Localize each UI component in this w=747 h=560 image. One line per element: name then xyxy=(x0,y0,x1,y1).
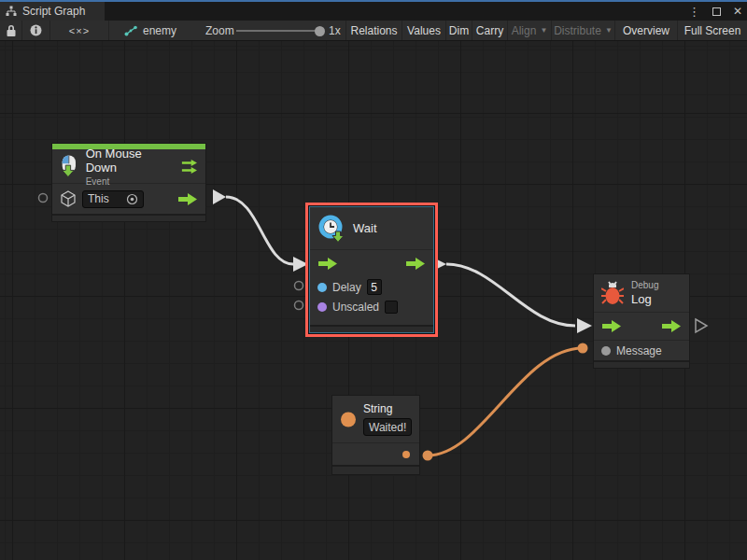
window-controls: ⋮ ✕ xyxy=(688,2,742,21)
unity-visual-scripting-window: Script Graph ⋮ ✕ xyxy=(0,0,747,560)
toolbar-buttons: Relations Values Dim Carry Align▼ Distri… xyxy=(345,21,747,40)
carry-button[interactable]: Carry xyxy=(472,21,507,40)
graph-canvas[interactable]: On Mouse Down Event This xyxy=(0,41,747,560)
window-menu-icon[interactable]: ⋮ xyxy=(688,6,700,18)
tab-bar: Script Graph ⋮ ✕ xyxy=(0,2,747,21)
wait-clock-icon xyxy=(317,213,345,245)
toolbar-left-group: <×> xyxy=(0,21,109,40)
wire-endpoint-dot xyxy=(578,343,588,354)
control-output-arrow-icon[interactable] xyxy=(661,320,682,332)
button-label: Dim xyxy=(449,24,469,37)
button-label: Carry xyxy=(476,24,503,37)
node-titles: String Waited! xyxy=(363,402,412,436)
inspect-button[interactable] xyxy=(22,21,50,40)
button-label: Distribute xyxy=(554,24,601,37)
delay-value: 5 xyxy=(371,281,377,294)
node-titles: Debug Log xyxy=(631,280,658,306)
coroutine-double-arrow-icon[interactable] xyxy=(181,159,198,175)
log-message-row: Message xyxy=(594,340,689,360)
wire-event-to-wait[interactable] xyxy=(226,197,293,264)
node-titles: On Mouse Down Event xyxy=(86,147,166,187)
overview-button[interactable]: Overview xyxy=(614,21,677,40)
gameobject-cube-icon xyxy=(60,190,77,207)
node-header: String Waited! xyxy=(332,396,419,442)
zoom-slider[interactable] xyxy=(236,30,322,32)
info-icon xyxy=(30,24,42,36)
align-button[interactable]: Align▼ xyxy=(507,21,551,40)
node-debug-log[interactable]: Debug Log Message xyxy=(593,273,690,369)
wait-control-row xyxy=(310,249,433,277)
node-title: Wait xyxy=(353,221,377,235)
delay-label: Delay xyxy=(332,281,361,294)
lock-button[interactable] xyxy=(0,21,22,40)
delay-port-dot[interactable] xyxy=(317,283,327,292)
wire-wait-to-log[interactable] xyxy=(446,264,575,326)
wait-unscaled-row: Unscaled xyxy=(310,297,433,316)
node-string-literal[interactable]: String Waited! xyxy=(331,395,420,475)
node-footer xyxy=(594,360,689,368)
dropdown-arrow-icon: ▼ xyxy=(540,26,547,35)
unscaled-label: Unscaled xyxy=(332,301,379,314)
button-label: Full Screen xyxy=(684,24,741,37)
close-icon[interactable]: ✕ xyxy=(733,6,742,17)
values-button[interactable]: Values xyxy=(402,21,445,40)
string-output-port-dot[interactable] xyxy=(402,451,410,458)
event-target-row: This xyxy=(52,183,205,214)
message-label: Message xyxy=(616,344,662,357)
zoom-value: 1x xyxy=(329,21,341,40)
full-screen-button[interactable]: Full Screen xyxy=(677,21,747,40)
distribute-button[interactable]: Distribute▼ xyxy=(551,21,614,40)
graph-tab-icon xyxy=(6,6,17,17)
control-input-arrow-icon[interactable] xyxy=(317,258,338,270)
control-output-arrow-icon[interactable] xyxy=(177,193,198,205)
wait-delay-port[interactable] xyxy=(295,282,303,290)
dim-button[interactable]: Dim xyxy=(445,21,472,40)
graph-name-breadcrumb[interactable]: enemy xyxy=(124,21,176,40)
wire-arrow xyxy=(213,189,226,204)
node-header: Wait xyxy=(310,207,433,249)
node-title: Log xyxy=(631,292,658,306)
event-target-port[interactable] xyxy=(39,194,48,203)
node-title: On Mouse Down xyxy=(86,147,166,175)
string-output-row xyxy=(332,442,419,465)
relations-button[interactable]: Relations xyxy=(345,21,402,40)
button-label: Align xyxy=(512,24,537,37)
control-output-arrow-icon[interactable] xyxy=(405,258,426,270)
node-footer xyxy=(310,325,433,332)
maximize-icon[interactable] xyxy=(712,7,721,16)
node-on-mouse-down[interactable]: On Mouse Down Event This xyxy=(51,143,206,222)
node-header: Debug Log xyxy=(594,274,689,312)
object-picker-icon[interactable] xyxy=(126,193,138,205)
string-value-field[interactable]: Waited! xyxy=(363,418,412,436)
dropdown-arrow-icon: ▼ xyxy=(605,26,613,35)
graph-toolbar: <×> enemy Zoom 1x Relations Values Dim C… xyxy=(0,21,747,41)
unscaled-checkbox[interactable] xyxy=(385,301,398,314)
message-port-dot[interactable] xyxy=(601,346,611,356)
zoom-slider-handle[interactable] xyxy=(315,26,325,36)
tab-script-graph[interactable]: Script Graph xyxy=(0,2,105,21)
zoom-label: Zoom xyxy=(205,21,234,40)
node-footer xyxy=(52,214,205,221)
code-preview-button[interactable]: <×> xyxy=(50,21,109,40)
node-wait[interactable]: Wait Delay 5 xyxy=(309,206,434,333)
delay-value-field[interactable]: 5 xyxy=(367,279,382,295)
log-control-row xyxy=(594,312,689,340)
wait-unscaled-port[interactable] xyxy=(295,301,303,310)
button-label: Values xyxy=(407,24,441,37)
target-field-value: This xyxy=(88,192,109,205)
log-output-port-arrow[interactable] xyxy=(696,319,707,332)
target-field[interactable]: This xyxy=(82,190,144,208)
debug-bug-icon xyxy=(601,280,624,306)
unscaled-port-dot[interactable] xyxy=(317,302,327,312)
button-label: Relations xyxy=(350,24,397,37)
string-literal-icon xyxy=(340,407,357,432)
wire-endpoint-dot xyxy=(423,451,433,461)
wait-delay-row: Delay 5 xyxy=(310,277,433,297)
control-input-arrow-icon[interactable] xyxy=(601,320,622,332)
wire-string-to-message[interactable] xyxy=(428,348,583,455)
graph-name-label: enemy xyxy=(143,24,176,37)
code-toggle-glyph: <×> xyxy=(69,25,90,36)
wire-arrow xyxy=(577,318,592,333)
lock-icon xyxy=(6,24,17,37)
mouse-icon xyxy=(60,153,78,179)
